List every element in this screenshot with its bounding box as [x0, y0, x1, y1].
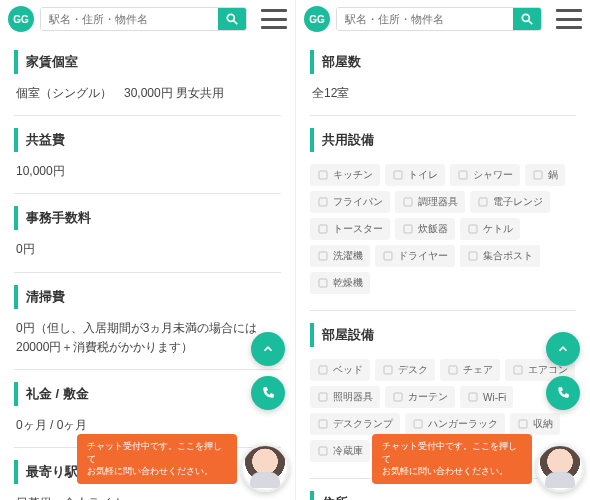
- amenity-chip: 収納: [510, 413, 560, 435]
- amenity-label: 鍋: [548, 168, 558, 182]
- section-body: 全12室: [310, 84, 576, 107]
- chat-bubble[interactable]: チャット受付中です。ここを押して お気軽に問い合わせください。: [372, 434, 532, 484]
- svg-line-1: [234, 21, 238, 25]
- svg-rect-22: [319, 393, 327, 401]
- amenity-icon: [317, 277, 329, 289]
- section-title: 共用設備: [310, 128, 576, 152]
- amenity-chip: デスク: [375, 359, 435, 381]
- divider: [14, 193, 281, 194]
- amenity-chip: 冷蔵庫: [310, 440, 370, 462]
- amenity-label: デスクランプ: [333, 417, 393, 431]
- amenity-chip: 乾燥機: [310, 272, 370, 294]
- amenity-icon: [402, 196, 414, 208]
- section-body: 0円: [14, 240, 281, 263]
- amenity-icon: [447, 364, 459, 376]
- amenity-icon: [392, 169, 404, 181]
- amenity-label: ドライヤー: [398, 249, 448, 263]
- amenity-chip: 洗濯機: [310, 245, 370, 267]
- svg-rect-18: [319, 366, 327, 374]
- amenity-icon: [317, 391, 329, 403]
- amenity-label: シャワー: [473, 168, 513, 182]
- scroll-top-button[interactable]: [251, 332, 285, 366]
- amenity-label: 炊飯器: [418, 222, 448, 236]
- scroll-top-button[interactable]: [546, 332, 580, 366]
- svg-rect-26: [414, 420, 422, 428]
- chat-bubble[interactable]: チャット受付中です。ここを押して お気軽に問い合わせください。: [77, 434, 237, 484]
- amenity-icon: [412, 418, 424, 430]
- logo[interactable]: GG: [304, 6, 330, 32]
- amenity-label: チェア: [463, 363, 493, 377]
- header: GG: [296, 0, 590, 38]
- svg-rect-4: [319, 171, 327, 179]
- amenity-label: ケトル: [483, 222, 513, 236]
- svg-rect-17: [319, 279, 327, 287]
- amenity-chip: ケトル: [460, 218, 520, 240]
- amenity-chip: ベッド: [310, 359, 370, 381]
- phone-button[interactable]: [546, 376, 580, 410]
- amenity-label: トースター: [333, 222, 383, 236]
- phone-button[interactable]: [251, 376, 285, 410]
- chat-line1: チャット受付中です。ここを押して: [382, 440, 522, 465]
- section-title: 部屋数: [310, 50, 576, 74]
- amenity-icon: [467, 250, 479, 262]
- section-title: 家賃個室: [14, 50, 281, 74]
- menu-button[interactable]: [556, 9, 582, 29]
- amenity-label: 照明器具: [333, 390, 373, 404]
- divider: [14, 272, 281, 273]
- svg-point-0: [227, 14, 234, 21]
- section-title: 礼金 / 敷金: [14, 382, 281, 406]
- amenity-label: 調理器具: [418, 195, 458, 209]
- search-button[interactable]: [513, 8, 541, 30]
- chevron-up-icon: [261, 342, 275, 356]
- amenity-chip: 電子レンジ: [470, 191, 550, 213]
- svg-rect-23: [394, 393, 402, 401]
- amenity-label: ベッド: [333, 363, 363, 377]
- amenity-chip: 集合ポスト: [460, 245, 540, 267]
- amenity-chip: デスクランプ: [310, 413, 400, 435]
- section-body: 10,000円: [14, 162, 281, 185]
- svg-rect-25: [319, 420, 327, 428]
- search-wrap: [336, 7, 542, 31]
- search-icon: [225, 12, 239, 26]
- amenity-icon: [402, 223, 414, 235]
- divider: [310, 115, 576, 116]
- search-button[interactable]: [218, 8, 246, 30]
- left-pane: GG 家賃個室 個室（シングル） 30,000円 男女共用 共益費 10,000…: [0, 0, 295, 500]
- amenity-chip: カーテン: [385, 386, 455, 408]
- amenity-chip: フライパン: [310, 191, 390, 213]
- amenity-icon: [317, 196, 329, 208]
- search-input[interactable]: [337, 8, 513, 30]
- chat-line1: チャット受付中です。ここを押して: [87, 440, 227, 465]
- shared-chips: キッチントイレシャワー鍋フライパン調理器具電子レンジトースター炊飯器ケトル洗濯機…: [310, 162, 576, 302]
- svg-rect-24: [469, 393, 477, 401]
- amenity-label: トイレ: [408, 168, 438, 182]
- divider: [310, 310, 576, 311]
- section-title: 住所: [310, 491, 576, 500]
- svg-rect-5: [394, 171, 402, 179]
- chat-line2: お気軽に問い合わせください。: [87, 465, 227, 478]
- divider: [14, 369, 281, 370]
- section-title: 事務手数料: [14, 206, 281, 230]
- amenity-icon: [457, 169, 469, 181]
- phone-icon: [556, 386, 570, 400]
- section-title: 部屋設備: [310, 323, 576, 347]
- menu-button[interactable]: [261, 9, 287, 29]
- section-body: 個室（シングル） 30,000円 男女共用: [14, 84, 281, 107]
- amenity-label: 冷蔵庫: [333, 444, 363, 458]
- search-input[interactable]: [41, 8, 218, 30]
- amenity-chip: 炊飯器: [395, 218, 455, 240]
- amenity-chip: Wi-Fi: [460, 386, 513, 408]
- support-avatar[interactable]: [241, 444, 289, 492]
- chevron-up-icon: [556, 342, 570, 356]
- header: GG: [0, 0, 295, 38]
- right-content: 部屋数 全12室 共用設備 キッチントイレシャワー鍋フライパン調理器具電子レンジ…: [296, 50, 590, 500]
- svg-rect-16: [469, 252, 477, 260]
- amenity-chip: トイレ: [385, 164, 445, 186]
- svg-rect-13: [469, 225, 477, 233]
- support-avatar[interactable]: [536, 444, 584, 492]
- amenity-icon: [517, 418, 529, 430]
- svg-rect-10: [479, 198, 487, 206]
- svg-rect-28: [319, 447, 327, 455]
- logo[interactable]: GG: [8, 6, 34, 32]
- amenity-chip: チェア: [440, 359, 500, 381]
